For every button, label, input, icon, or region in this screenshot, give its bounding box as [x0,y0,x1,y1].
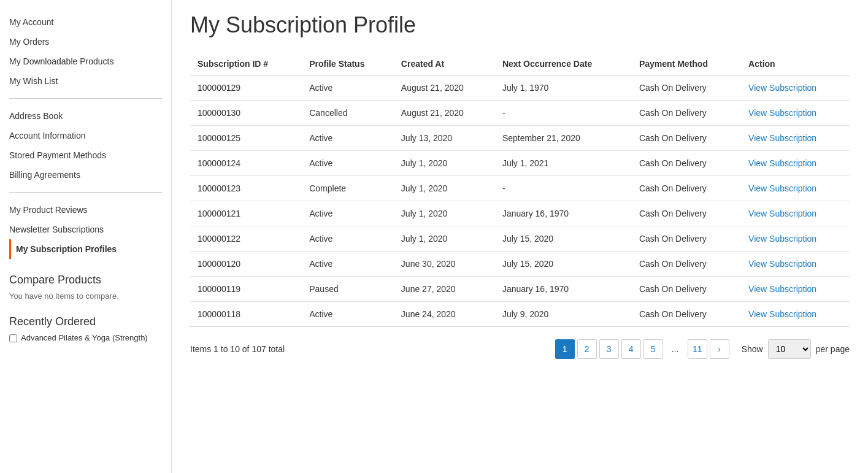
table-row: 100000122ActiveJuly 1, 2020July 15, 2020… [190,226,850,252]
pagination: 12345...11› [555,339,729,359]
profile-status-cell: Paused [302,277,394,302]
sidebar-item-my-orders[interactable]: My Orders [9,32,162,52]
compare-products-section: Compare Products You have no items to co… [9,274,162,301]
table-header-subscription-id-num: Subscription ID # [190,53,302,75]
view-subscription-link[interactable]: View Subscription [748,259,816,269]
payment-method-cell: Cash On Delivery [632,75,741,101]
sidebar-item-my-downloadable-products[interactable]: My Downloadable Products [9,52,162,71]
payment-method-cell: Cash On Delivery [632,302,741,327]
profile-status-cell: Active [302,252,394,277]
recently-ordered-item-label: Advanced Pilates & Yoga (Strength) [21,333,148,342]
table-body: 100000129ActiveAugust 21, 2020July 1, 19… [190,75,850,327]
subscription-id-cell: 100000129 [190,75,302,101]
table-row: 100000123CompleteJuly 1, 2020-Cash On De… [190,176,850,201]
sidebar-item-my-subscription-profiles[interactable]: My Subscription Profiles [9,239,162,259]
recently-ordered-section: Recently Ordered Advanced Pilates & Yoga… [9,315,162,342]
sidebar-nav-group-3: My Product ReviewsNewsletter Subscriptio… [9,200,162,259]
subscriptions-table: Subscription ID #Profile StatusCreated A… [190,53,850,327]
payment-method-cell: Cash On Delivery [632,101,741,126]
table-row: 100000130CancelledAugust 21, 2020-Cash O… [190,101,850,126]
created-at-cell: August 21, 2020 [394,75,495,101]
table-row: 100000124ActiveJuly 1, 2020July 1, 2021C… [190,151,850,176]
subscription-id-cell: 100000123 [190,176,302,201]
sidebar-item-my-wish-list[interactable]: My Wish List [9,71,162,91]
next-occurrence-date-cell: September 21, 2020 [495,126,632,151]
recently-ordered-item-row: Advanced Pilates & Yoga (Strength) [9,333,162,342]
view-subscription-link[interactable]: View Subscription [748,133,816,143]
table-header-created-at: Created At [394,53,495,75]
table-footer: Items 1 to 10 of 107 total 12345...11› S… [190,339,850,359]
table-row: 100000118ActiveJune 24, 2020July 9, 2020… [190,302,850,327]
next-occurrence-date-cell: July 9, 2020 [495,302,632,327]
profile-status-cell: Active [302,75,394,101]
subscription-id-cell: 100000120 [190,252,302,277]
profile-status-cell: Active [302,126,394,151]
table-row: 100000125ActiveJuly 13, 2020September 21… [190,126,850,151]
subscription-id-cell: 100000125 [190,126,302,151]
pagination-next[interactable]: › [710,339,729,359]
table-header-next-occurrence-date: Next Occurrence Date [495,53,632,75]
profile-status-cell: Complete [302,176,394,201]
sidebar-item-newsletter-subscriptions[interactable]: Newsletter Subscriptions [9,220,162,239]
payment-method-cell: Cash On Delivery [632,151,741,176]
action-cell: View Subscription [741,101,850,126]
view-subscription-link[interactable]: View Subscription [748,209,816,218]
action-cell: View Subscription [741,226,850,252]
pagination-page-11[interactable]: 11 [688,339,707,359]
show-label: Show [742,344,763,354]
created-at-cell: June 30, 2020 [394,252,495,277]
payment-method-cell: Cash On Delivery [632,252,741,277]
per-page-label: per page [816,344,850,354]
next-occurrence-date-cell: - [495,176,632,201]
payment-method-cell: Cash On Delivery [632,126,741,151]
next-occurrence-date-cell: July 1, 2021 [495,151,632,176]
sidebar-nav-group-2: Address BookAccount InformationStored Pa… [9,106,162,185]
view-subscription-link[interactable]: View Subscription [748,309,816,319]
subscription-id-cell: 100000130 [190,101,302,126]
created-at-cell: July 1, 2020 [394,176,495,201]
recently-ordered-checkbox[interactable] [9,334,17,342]
recently-ordered-title: Recently Ordered [9,315,162,328]
next-occurrence-date-cell: July 15, 2020 [495,252,632,277]
pagination-page-2[interactable]: 2 [577,339,597,359]
profile-status-cell: Cancelled [302,101,394,126]
sidebar-item-my-product-reviews[interactable]: My Product Reviews [9,200,162,220]
sidebar-item-address-book[interactable]: Address Book [9,106,162,126]
table-row: 100000119PausedJune 27, 2020January 16, … [190,277,850,302]
action-cell: View Subscription [741,126,850,151]
created-at-cell: June 24, 2020 [394,302,495,327]
view-subscription-link[interactable]: View Subscription [748,234,816,244]
subscription-id-cell: 100000119 [190,277,302,302]
pagination-page-5[interactable]: 5 [643,339,663,359]
view-subscription-link[interactable]: View Subscription [748,183,816,193]
compare-products-title: Compare Products [9,274,162,286]
show-per-page: Show 102050 per page [742,339,850,359]
payment-method-cell: Cash On Delivery [632,277,741,302]
profile-status-cell: Active [302,151,394,176]
pagination-page-4[interactable]: 4 [621,339,641,359]
action-cell: View Subscription [741,252,850,277]
pagination-page-3[interactable]: 3 [599,339,619,359]
next-occurrence-date-cell: - [495,101,632,126]
sidebar-item-account-information[interactable]: Account Information [9,126,162,145]
view-subscription-link[interactable]: View Subscription [748,284,816,294]
next-occurrence-date-cell: July 1, 1970 [495,75,632,101]
view-subscription-link[interactable]: View Subscription [748,108,816,118]
payment-method-cell: Cash On Delivery [632,201,741,226]
created-at-cell: July 1, 2020 [394,226,495,252]
view-subscription-link[interactable]: View Subscription [748,83,816,93]
payment-method-cell: Cash On Delivery [632,226,741,252]
per-page-select[interactable]: 102050 [768,339,811,359]
view-subscription-link[interactable]: View Subscription [748,158,816,168]
table-row: 100000129ActiveAugust 21, 2020July 1, 19… [190,75,850,101]
page-title: My Subscription Profile [190,12,850,38]
sidebar-item-stored-payment-methods[interactable]: Stored Payment Methods [9,145,162,165]
pagination-page-1[interactable]: 1 [555,339,575,359]
sidebar-item-my-account[interactable]: My Account [9,12,162,32]
created-at-cell: July 1, 2020 [394,201,495,226]
action-cell: View Subscription [741,277,850,302]
created-at-cell: July 13, 2020 [394,126,495,151]
sidebar-item-billing-agreements[interactable]: Billing Agreements [9,165,162,185]
subscription-id-cell: 100000124 [190,151,302,176]
action-cell: View Subscription [741,75,850,101]
